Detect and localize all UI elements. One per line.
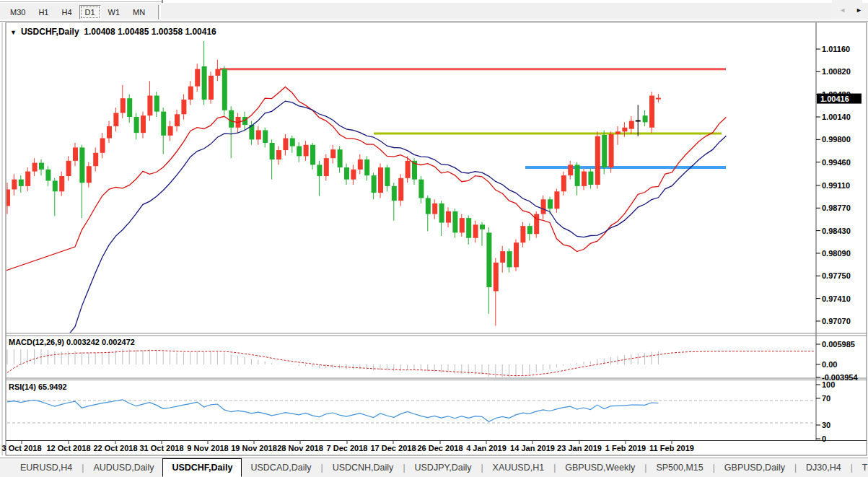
toolbar-edge-line [0,1,162,2]
tab-tech100-h1[interactable]: TECH100,H1 [854,458,868,477]
svg-text:0.005985: 0.005985 [822,340,855,349]
svg-text:0.97410: 0.97410 [822,294,851,303]
tab-scroll-right-icon[interactable]: ► [856,6,862,14]
svg-text:3 Oct 2018: 3 Oct 2018 [1,444,41,452]
tab-eurusd-h4[interactable]: EURUSD,H4 [12,458,81,477]
svg-text:28 Nov 2018: 28 Nov 2018 [277,444,323,452]
svg-text:31 Oct 2018: 31 Oct 2018 [139,444,183,452]
timeframe-button-mn[interactable]: MN [127,5,151,19]
svg-text:0.99800: 0.99800 [822,135,851,144]
tab-usdcnh-daily[interactable]: USDCNH,Daily [324,458,403,477]
svg-text:26 Dec 2018: 26 Dec 2018 [418,444,463,452]
svg-text:0.97070: 0.97070 [822,317,851,325]
svg-text:1.00140: 1.00140 [822,113,851,121]
tab-usdcad-daily[interactable]: USDCAD,Daily [242,458,320,477]
svg-text:0.98430: 0.98430 [822,227,851,235]
timeframe-button-h1[interactable]: H1 [32,5,54,19]
svg-text:1 Feb 2019: 1 Feb 2019 [605,444,646,452]
tab-sp500-m15[interactable]: SP500,M15 [647,458,711,477]
svg-text:0.99460: 0.99460 [822,158,851,167]
svg-text:0.99110: 0.99110 [822,181,850,190]
svg-text:0.00: 0.00 [822,360,837,369]
tab-dj30-h4[interactable]: DJ30,H4 [797,458,850,477]
rsi-panel[interactable] [6,380,816,440]
tab-usdjpy-daily[interactable]: USDJPY,Daily [406,458,481,477]
svg-text:0.97750: 0.97750 [822,271,851,280]
timeframe-button-h4[interactable]: H4 [56,5,77,19]
svg-text:9 Nov 2018: 9 Nov 2018 [187,444,228,452]
svg-text:1.00416: 1.00416 [820,95,849,103]
tab-audusd-daily[interactable]: AUDUSD,Daily [84,458,162,477]
svg-text:14 Jan 2019: 14 Jan 2019 [510,444,555,452]
svg-text:12 Oct 2018: 12 Oct 2018 [46,444,90,452]
svg-text:22 Oct 2018: 22 Oct 2018 [93,444,137,452]
svg-text:23 Jan 2019: 23 Jan 2019 [557,444,602,452]
svg-text:4 Jan 2019: 4 Jan 2019 [466,444,507,452]
svg-text:11 Feb 2019: 11 Feb 2019 [649,444,694,452]
svg-text:1.01160: 1.01160 [822,45,850,53]
macd-panel[interactable] [6,336,816,379]
svg-text:0.98770: 0.98770 [822,204,851,212]
chart-window: 1.011601.008201.004801.001400.998000.994… [0,22,868,456]
svg-text:7 Dec 2018: 7 Dec 2018 [327,444,368,452]
svg-text:1.00820: 1.00820 [822,67,851,76]
timeframe-button-m30[interactable]: M30 [4,5,31,19]
tab-xauusd-h1[interactable]: XAUUSD,H1 [484,458,553,477]
svg-text:70: 70 [822,394,830,403]
tab-scroll-left-icon[interactable]: ◄ [839,6,846,14]
svg-text:100: 100 [822,380,835,389]
tab-scroll-arrows: ◄ ► [832,0,862,19]
timeframe-button-w1[interactable]: W1 [102,5,126,19]
main-chart-panel[interactable] [6,22,816,333]
tab-gbpusd-daily[interactable]: GBPUSD,Daily [716,458,794,477]
trading-app-window: M30H1H4D1W1MN 1.011601.008201.004801.001… [0,0,868,477]
svg-text:30: 30 [822,421,830,429]
toolbar-separator [158,5,161,19]
svg-text:0: 0 [822,434,826,443]
timeframe-toolbar: M30H1H4D1W1MN [0,3,868,22]
tab-gbpusd-weekly[interactable]: GBPUSD,Weekly [556,458,644,477]
svg-text:19 Nov 2018: 19 Nov 2018 [231,444,277,452]
tab-usdchf-daily[interactable]: USDCHF,Daily [162,458,242,477]
timeframe-button-d1[interactable]: D1 [79,5,101,19]
symbol-tab-bar: EURUSD,H4|AUDUSD,DailyUSDCHF,DailyUSDCAD… [0,458,868,477]
svg-text:17 Dec 2018: 17 Dec 2018 [371,444,416,452]
svg-text:0.98090: 0.98090 [822,249,851,258]
